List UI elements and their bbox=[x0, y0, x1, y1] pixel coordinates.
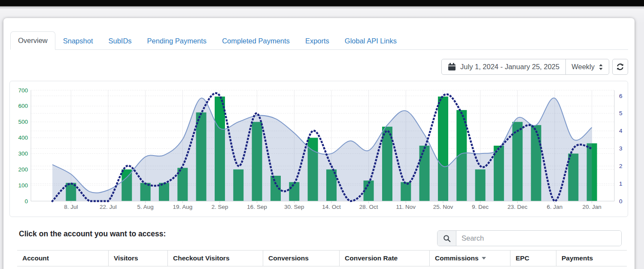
column-label: Visitors bbox=[114, 254, 138, 262]
column-label: Conversion Rate bbox=[345, 254, 398, 262]
date-range-value: July 1, 2024 - January 25, 2025 bbox=[460, 63, 559, 71]
accounts-heading: Click on the account you want to access: bbox=[19, 229, 166, 238]
svg-text:6: 6 bbox=[619, 93, 623, 99]
svg-text:6. Jan: 6. Jan bbox=[547, 204, 563, 210]
tab-subids[interactable]: SubIDs bbox=[101, 32, 140, 50]
tab-global-api-links[interactable]: Global API Links bbox=[337, 32, 404, 50]
column-label: Account bbox=[22, 254, 49, 262]
column-header-checkout-visitors[interactable]: Checkout Visitors bbox=[167, 251, 263, 266]
page-background: Overview Snapshot SubIDs Pending Payment… bbox=[0, 6, 644, 269]
tab-overview[interactable]: Overview bbox=[10, 31, 55, 50]
svg-text:9. Dec: 9. Dec bbox=[472, 204, 489, 210]
column-label: Commissions bbox=[435, 254, 479, 262]
combo-chart: 010020030040050060070001234568. Jul22. J… bbox=[10, 81, 628, 217]
interval-value: Weekly bbox=[571, 63, 595, 71]
svg-text:100: 100 bbox=[18, 182, 28, 189]
table-row[interactable] bbox=[17, 266, 627, 269]
column-header-account[interactable]: Account bbox=[17, 251, 108, 266]
accounts-table: Account Visitors Checkout Visitors Conve… bbox=[17, 250, 627, 269]
svg-text:19. Aug: 19. Aug bbox=[173, 204, 192, 210]
tab-bar: Overview Snapshot SubIDs Pending Payment… bbox=[10, 30, 628, 50]
svg-text:23. Dec: 23. Dec bbox=[507, 204, 528, 210]
svg-text:4: 4 bbox=[619, 128, 623, 134]
calendar-icon bbox=[448, 63, 456, 71]
column-label: Checkout Visitors bbox=[173, 254, 230, 262]
svg-text:11. Nov: 11. Nov bbox=[396, 204, 416, 210]
tab-snapshot[interactable]: Snapshot bbox=[55, 32, 101, 50]
svg-text:0: 0 bbox=[24, 198, 28, 205]
svg-text:8. Jul: 8. Jul bbox=[64, 204, 78, 210]
analytics-chart-panel: 010020030040050060070001234568. Jul22. J… bbox=[9, 81, 628, 217]
svg-text:300: 300 bbox=[18, 150, 28, 157]
search-input[interactable] bbox=[456, 231, 621, 246]
tab-exports[interactable]: Exports bbox=[298, 32, 337, 50]
svg-text:5: 5 bbox=[619, 110, 623, 116]
svg-text:28. Oct: 28. Oct bbox=[359, 204, 378, 210]
svg-text:14. Oct: 14. Oct bbox=[322, 204, 341, 210]
svg-text:400: 400 bbox=[18, 134, 28, 141]
svg-text:30. Sep: 30. Sep bbox=[284, 204, 304, 210]
column-header-commissions[interactable]: Commissions bbox=[429, 251, 510, 266]
interval-select[interactable]: Weekly bbox=[565, 59, 609, 74]
column-header-conversion-rate[interactable]: Conversion Rate bbox=[339, 251, 429, 266]
svg-text:0: 0 bbox=[619, 198, 623, 205]
column-label: Conversions bbox=[268, 254, 309, 262]
svg-text:700: 700 bbox=[18, 87, 28, 94]
svg-text:25. Nov: 25. Nov bbox=[433, 204, 453, 210]
range-control-group: July 1, 2024 - January 25, 2025 Weekly bbox=[441, 59, 609, 75]
column-header-epc[interactable]: EPC bbox=[510, 251, 556, 266]
account-search-group bbox=[437, 230, 622, 246]
refresh-button[interactable] bbox=[612, 59, 628, 75]
tab-pending-payments[interactable]: Pending Payments bbox=[140, 32, 215, 50]
refresh-icon bbox=[616, 63, 624, 71]
chart-controls: July 1, 2024 - January 25, 2025 Weekly bbox=[441, 59, 628, 75]
svg-text:200: 200 bbox=[18, 166, 28, 173]
search-icon bbox=[443, 235, 451, 242]
svg-text:22. Jul: 22. Jul bbox=[100, 204, 117, 210]
column-label: EPC bbox=[516, 254, 529, 262]
column-label: Payments bbox=[562, 254, 593, 262]
svg-text:20. Jan: 20. Jan bbox=[582, 204, 601, 210]
main-card: Overview Snapshot SubIDs Pending Payment… bbox=[3, 18, 635, 269]
date-range-picker[interactable]: July 1, 2024 - January 25, 2025 bbox=[442, 63, 565, 71]
svg-text:16. Sep: 16. Sep bbox=[247, 204, 267, 210]
up-down-arrows-icon bbox=[598, 64, 603, 70]
column-header-payments[interactable]: Payments bbox=[556, 251, 627, 266]
svg-text:1: 1 bbox=[619, 180, 623, 187]
svg-text:600: 600 bbox=[18, 103, 28, 109]
svg-text:3: 3 bbox=[619, 145, 623, 152]
column-header-conversions[interactable]: Conversions bbox=[263, 251, 339, 266]
svg-text:500: 500 bbox=[18, 119, 28, 125]
tab-completed-payments[interactable]: Completed Payments bbox=[214, 32, 298, 50]
window-title-bar bbox=[0, 0, 644, 6]
search-addon bbox=[437, 231, 456, 246]
svg-text:5. Aug: 5. Aug bbox=[137, 204, 154, 210]
column-header-visitors[interactable]: Visitors bbox=[108, 251, 167, 266]
sort-desc-caret-icon bbox=[482, 257, 486, 260]
accounts-table-header: Account Visitors Checkout Visitors Conve… bbox=[17, 250, 627, 266]
svg-text:2. Sep: 2. Sep bbox=[211, 204, 228, 210]
svg-text:2: 2 bbox=[619, 163, 623, 169]
